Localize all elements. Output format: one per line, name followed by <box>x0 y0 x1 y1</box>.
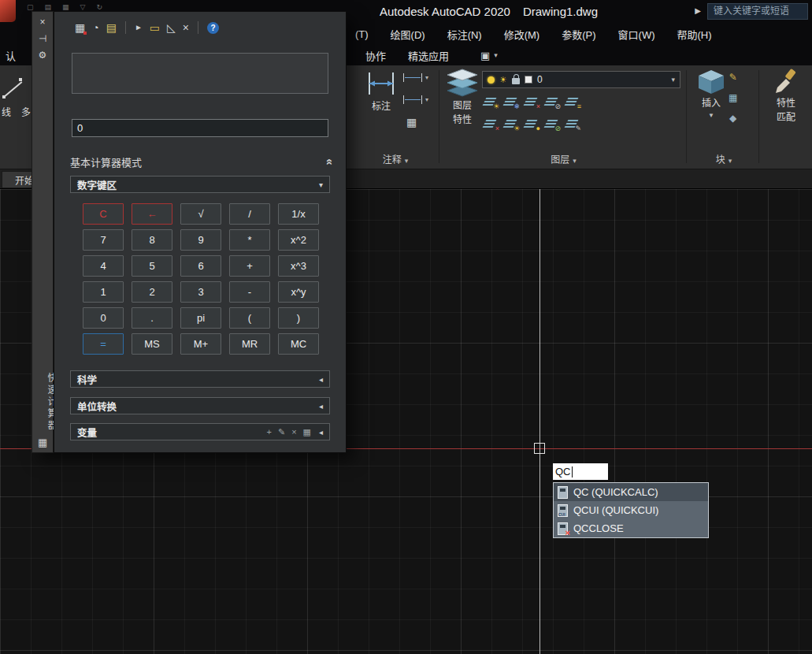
layer-freeze-icon[interactable]: ❄ <box>502 95 518 108</box>
calc-key-*[interactable]: * <box>229 229 270 251</box>
calc-key-8[interactable]: 8 <box>132 229 172 251</box>
calc-key-([interactable]: ( <box>229 307 270 329</box>
layer-unlock-icon[interactable]: ⊘ <box>543 117 559 130</box>
calc-key-.[interactable]: . <box>132 307 172 329</box>
calc-key-C[interactable]: C <box>83 203 124 225</box>
calc-key-/[interactable]: / <box>229 203 270 225</box>
layer-lock-icon[interactable] <box>512 78 520 84</box>
layer-thaw-sun-icon[interactable]: ☀ <box>499 76 507 84</box>
layer-unisolate-icon[interactable]: × <box>482 117 498 130</box>
linear-dimension-button[interactable]: ▾ <box>403 73 428 82</box>
help-search-input[interactable]: 键入关键字或短语 <box>707 3 808 20</box>
calc-key-3[interactable]: 3 <box>180 281 221 303</box>
layer-thaw-icon[interactable]: ☀ <box>502 117 518 130</box>
suggestion-row-2[interactable]: ×QCCLOSE <box>554 519 708 537</box>
calc-key-MR[interactable]: MR <box>229 333 270 355</box>
menu-item-4[interactable]: 参数(P) <box>554 24 603 44</box>
menu-item-1[interactable]: 绘图(D) <box>383 24 433 44</box>
calc-key-pi[interactable]: pi <box>180 307 221 329</box>
measure-distance-icon[interactable]: ▭ <box>150 22 160 33</box>
table-button[interactable]: ▦ <box>406 116 417 128</box>
layer-walk-icon[interactable]: ✎ <box>564 117 580 130</box>
calc-key-=[interactable]: = <box>83 333 124 355</box>
calc-key-9[interactable]: 9 <box>180 229 221 251</box>
calc-key-x^y[interactable]: x^y <box>278 281 319 303</box>
help-icon[interactable]: ? <box>207 22 219 34</box>
calc-key-MS[interactable]: MS <box>132 333 172 355</box>
close-icon[interactable]: × <box>39 17 45 27</box>
menu-item-5[interactable]: 窗口(W) <box>610 24 663 44</box>
calc-key-4[interactable]: 4 <box>83 255 124 277</box>
layer-isolate-icon[interactable]: ☀ <box>482 95 498 108</box>
attribute-sync-icon[interactable]: ◆ <box>729 113 736 124</box>
calc-key-1/x[interactable]: 1/x <box>278 203 319 225</box>
calc-key-1[interactable]: 1 <box>83 281 124 303</box>
dynamic-command-input[interactable]: QC <box>553 463 608 480</box>
calc-key-←[interactable]: ← <box>132 203 172 225</box>
numpad-section-header[interactable]: 数字键区 ▾ <box>70 176 330 193</box>
scientific-section-header[interactable]: 科学 ◂ <box>70 370 330 388</box>
suggestion-row-0[interactable]: QC (QUICKCALC) <box>554 483 708 501</box>
calc-key-MC[interactable]: MC <box>278 333 319 355</box>
quickcalc-icon[interactable]: ▦ <box>75 22 85 33</box>
autohide-pin-icon[interactable]: ⊣ <box>39 34 46 43</box>
suggestion-row-1[interactable]: CUIQCUI (QUICKCUI) <box>554 501 708 519</box>
ribbon-tab-1[interactable]: 精选应用 <box>399 46 458 65</box>
variables-section-header[interactable]: 变量 + ✎ × ▦ ◂ <box>70 423 330 440</box>
block-panel-label[interactable]: 块▾ <box>688 152 760 165</box>
edit-variable-icon[interactable]: ✎ <box>278 427 285 437</box>
match-properties-button[interactable]: 特性 匹配 <box>764 69 808 124</box>
block-attribute-icon[interactable]: ▦ <box>729 92 737 103</box>
dimension-button[interactable]: 标注 <box>361 69 402 113</box>
chevron-down-icon[interactable]: ▾ <box>671 76 675 84</box>
app-logo-icon[interactable] <box>0 0 16 22</box>
calc-key-2[interactable]: 2 <box>132 281 172 303</box>
print-icon[interactable]: ▽ <box>80 3 86 11</box>
units-section-header[interactable]: 单位转换 ◂ <box>70 397 330 414</box>
palette-title-strip[interactable]: × ⊣ ⚙ 快速计算器 ▦ <box>32 11 54 453</box>
search-nav-arrow-icon[interactable]: ▶ <box>695 6 701 15</box>
menu-item-0[interactable]: (T) <box>347 26 376 43</box>
ribbon-tab-0[interactable]: 协作 <box>356 46 395 65</box>
calc-history-display[interactable] <box>72 53 328 94</box>
calc-key-M+[interactable]: M+ <box>180 333 221 355</box>
app-store-button[interactable]: ▣ ▾ <box>480 50 498 61</box>
layer-color-swatch[interactable] <box>525 76 532 84</box>
calc-key-√[interactable]: √ <box>180 203 221 225</box>
get-coordinates-icon[interactable]: ► <box>135 24 143 32</box>
menu-item-2[interactable]: 标注(N) <box>439 24 490 44</box>
layer-dropdown[interactable]: ☀ 0 ▾ <box>482 71 680 88</box>
layer-match-icon[interactable]: ≡ <box>564 95 580 108</box>
calc-key-)[interactable]: ) <box>278 307 319 329</box>
collapse-chevron-icon[interactable]: « <box>323 158 336 165</box>
menu-item-6[interactable]: 帮助(H) <box>669 24 719 44</box>
layer-on-bulb-icon[interactable] <box>488 76 495 84</box>
options-icon[interactable]: ◔ <box>92 22 98 33</box>
edit-attribute-icon[interactable]: ✎ <box>729 72 737 83</box>
save-icon[interactable]: ▦ <box>62 3 69 11</box>
layers-panel-label[interactable]: 图层▾ <box>439 152 688 165</box>
calc-input-field[interactable]: 0 <box>72 119 328 137</box>
leader-button[interactable]: ▾ <box>403 95 428 104</box>
layer-off-icon[interactable]: × <box>523 95 539 108</box>
layer-on-icon[interactable]: ● <box>523 117 539 130</box>
calculator-return-icon[interactable]: ▦ <box>303 427 311 437</box>
open-icon[interactable]: ▤ <box>45 3 52 11</box>
insert-block-button[interactable]: 插入 ▼ <box>691 69 731 119</box>
undo-icon[interactable]: ↻ <box>96 3 102 11</box>
new-variable-icon[interactable]: + <box>266 427 271 437</box>
gear-icon[interactable]: ⚙ <box>39 50 47 60</box>
paste-value-icon[interactable]: ▤ <box>106 22 117 33</box>
intersection-icon[interactable]: × <box>183 22 189 33</box>
layer-properties-button[interactable]: 图层 特性 <box>443 68 482 126</box>
calc-key-x^2[interactable]: x^2 <box>278 229 319 251</box>
calc-key-x^3[interactable]: x^3 <box>278 255 319 277</box>
calc-key-0[interactable]: 0 <box>83 307 124 329</box>
annotation-panel-label[interactable]: 注释▾ <box>349 152 442 165</box>
menu-item-3[interactable]: 修改(M) <box>496 24 548 44</box>
calc-key-6[interactable]: 6 <box>180 255 221 277</box>
calc-key-7[interactable]: 7 <box>83 229 124 251</box>
delete-variable-icon[interactable]: × <box>291 427 296 437</box>
new-icon[interactable]: ▢ <box>27 3 34 11</box>
calc-key-5[interactable]: 5 <box>132 255 172 277</box>
